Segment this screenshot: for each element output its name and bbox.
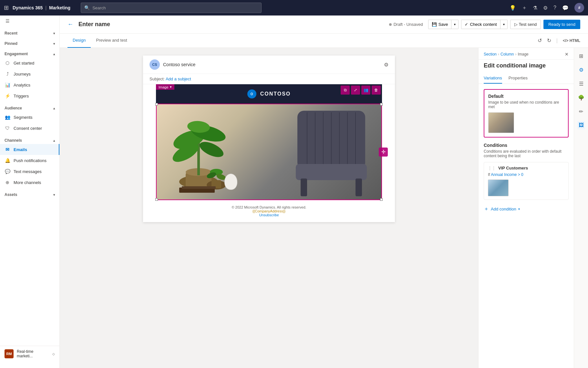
email-canvas: CS Contoso service ⚙ Subject: Add a subj…: [143, 56, 395, 222]
resize-handle-tl[interactable]: [155, 103, 158, 106]
svg-rect-15: [182, 186, 216, 189]
settings-icon[interactable]: ⚙: [543, 5, 548, 11]
add-condition-button[interactable]: ＋ Add condition ▾: [484, 203, 569, 215]
image-tool-copy[interactable]: ⧉: [341, 86, 350, 95]
panel-icon-edit[interactable]: ✏: [578, 107, 584, 116]
lightbulb-icon[interactable]: 💡: [510, 5, 516, 11]
condition-image-thumbnail[interactable]: [488, 179, 509, 196]
org-name: Real-time marketi...: [17, 349, 49, 358]
sidebar-item-more-channels[interactable]: ⊕ More channels: [0, 177, 59, 188]
search-icon: 🔍: [84, 5, 90, 10]
sidebar-item-push-notifications[interactable]: 🔔 Push notifications: [0, 155, 59, 166]
org-avatar: RM: [5, 349, 14, 358]
back-button[interactable]: ←: [67, 21, 73, 28]
check-content-dropdown-button[interactable]: ▾: [500, 20, 508, 29]
hamburger-menu[interactable]: ☰: [0, 15, 59, 26]
tab-variations[interactable]: Variations: [484, 73, 502, 84]
audience-toggle[interactable]: ▴: [53, 107, 55, 110]
panel-icon-list[interactable]: ☰: [578, 79, 585, 88]
email-body: O CONTOSO Image ▾ ⧉ ⤢: [143, 84, 395, 222]
main-image-container[interactable]: ✛: [156, 104, 382, 200]
undo-icon[interactable]: ↺: [538, 37, 542, 44]
ready-to-send-button[interactable]: Ready to send: [543, 20, 580, 29]
search-input[interactable]: [92, 5, 258, 10]
tab-design[interactable]: Design: [67, 34, 91, 48]
sidebar-recent-header: Recent ▾: [0, 28, 59, 37]
image-tool-move[interactable]: ⤢: [351, 86, 360, 95]
apps-icon[interactable]: ⊞: [4, 4, 9, 11]
panel-sidebar-icons: ⊞ ⚙ ☰ 🌳 ✏ 🖼: [574, 48, 588, 368]
channels-toggle[interactable]: ▴: [53, 139, 55, 142]
add-subject-link[interactable]: Add a subject: [166, 77, 191, 81]
recent-toggle[interactable]: ▾: [53, 32, 55, 35]
tab-properties[interactable]: Properties: [509, 73, 528, 84]
chair-illustration: [291, 107, 372, 198]
sidebar-item-segments[interactable]: 👥 Segments: [0, 112, 59, 123]
test-send-button[interactable]: ▷ Test send: [510, 20, 541, 29]
redo-icon[interactable]: ↻: [547, 37, 551, 44]
image-tool-conditions[interactable]: 👥: [361, 86, 370, 95]
image-dropdown-icon[interactable]: ▾: [170, 85, 172, 89]
status-dot: [389, 23, 392, 26]
save-icon: 💾: [432, 22, 437, 27]
get-started-icon: ⬡: [5, 60, 10, 66]
editor-tabs: Design Preview and test ↺ ↻ | </> HTML: [60, 34, 588, 48]
panel-icon-settings[interactable]: ⚙: [578, 66, 585, 74]
engagement-toggle[interactable]: ▴: [53, 52, 55, 56]
settings-gear-icon[interactable]: ⚙: [384, 62, 388, 68]
sidebar-item-emails[interactable]: ✉ Emails: [0, 144, 59, 155]
unsubscribe-link[interactable]: Unsubscribe: [259, 213, 279, 217]
html-view-icon[interactable]: </> HTML: [563, 38, 580, 43]
sidebar-item-analytics[interactable]: 📊 Analytics: [0, 79, 59, 90]
condition-rule: If Annual Income > 0: [488, 172, 564, 177]
org-expand-icon[interactable]: ◇: [52, 352, 55, 356]
breadcrumb-column[interactable]: Column: [500, 52, 514, 56]
editor-title: Enter name: [78, 21, 384, 28]
help-icon[interactable]: ?: [553, 5, 556, 11]
breadcrumb-section[interactable]: Section: [484, 52, 497, 56]
resize-handle-bl[interactable]: [155, 198, 158, 201]
consent-icon: 🛡: [5, 126, 10, 131]
svg-rect-24: [296, 164, 367, 180]
assets-toggle[interactable]: ▾: [53, 193, 55, 197]
tab-preview[interactable]: Preview and test: [91, 34, 132, 48]
image-label-bar[interactable]: Image ▾: [156, 84, 174, 90]
chat-icon[interactable]: 💬: [562, 5, 569, 11]
triggers-icon: ⚡: [5, 93, 10, 98]
plus-icon[interactable]: ＋: [522, 5, 527, 11]
drag-handle-icon[interactable]: ⋮⋮: [488, 166, 496, 170]
default-image-thumbnail[interactable]: [488, 112, 514, 133]
add-condition-dropdown-icon[interactable]: ▾: [518, 207, 520, 211]
default-card-title: Default: [488, 94, 564, 99]
save-button-group: 💾 Save ▾: [428, 20, 459, 29]
plant-illustration: [170, 107, 228, 198]
email-canvas-wrapper[interactable]: CS Contoso service ⚙ Subject: Add a subj…: [60, 48, 478, 368]
resize-handle-br[interactable]: [380, 198, 383, 201]
sidebar-item-get-started[interactable]: ⬡ Get started: [0, 57, 59, 68]
check-content-button[interactable]: ✓ Check content: [461, 20, 500, 29]
email-subject-bar: Subject: Add a subject: [143, 74, 395, 84]
resize-handle-tr[interactable]: [380, 103, 383, 106]
image-block: O CONTOSO Image ▾ ⧉ ⤢: [156, 84, 382, 200]
search-box[interactable]: 🔍: [81, 3, 262, 13]
pinned-toggle[interactable]: ▾: [53, 42, 55, 46]
sidebar-item-triggers[interactable]: ⚡ Triggers: [0, 90, 59, 101]
panel-icon-add[interactable]: ⊞: [578, 52, 584, 60]
sidebar-item-text-messages[interactable]: 💬 Text messages: [0, 166, 59, 177]
default-image-card: Default Image to be used when no conditi…: [484, 89, 569, 138]
save-button[interactable]: 💾 Save: [428, 20, 451, 29]
divider: |: [556, 38, 558, 44]
save-dropdown-button[interactable]: ▾: [451, 20, 459, 29]
image-tool-delete[interactable]: 🗑: [372, 86, 381, 95]
move-handle[interactable]: ✛: [379, 148, 388, 157]
sidebar-bottom-org[interactable]: RM Real-time marketi... ◇: [0, 346, 59, 362]
panel-icon-image[interactable]: 🖼: [577, 121, 585, 129]
sidebar-channels-header: Channels ▴: [0, 135, 59, 144]
user-avatar[interactable]: #: [574, 3, 584, 13]
sidebar-item-consent-center[interactable]: 🛡 Consent center: [0, 123, 59, 134]
sidebar: ☰ Recent ▾ Pinned ▾ Engagement ▴ ⬡ Get s…: [0, 15, 60, 368]
panel-icon-tree[interactable]: 🌳: [577, 93, 586, 102]
sidebar-item-journeys[interactable]: ⤴ Journeys: [0, 68, 59, 79]
panel-close-button[interactable]: ✕: [565, 52, 569, 57]
filter-icon[interactable]: ⚗: [533, 5, 537, 11]
